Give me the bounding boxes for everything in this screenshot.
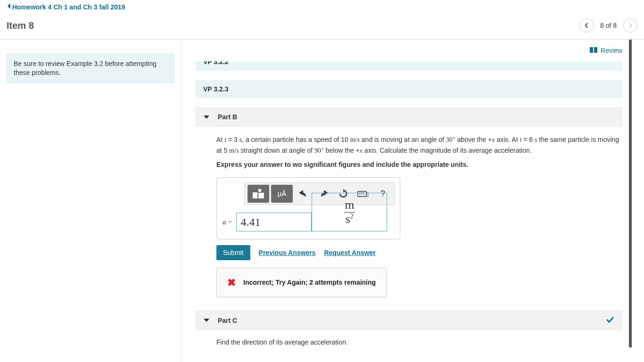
part-b-title: Part B	[218, 113, 237, 121]
svg-rect-1	[258, 189, 261, 192]
caret-down-icon	[204, 115, 209, 119]
page-title: Item 8	[7, 20, 34, 31]
special-chars-button[interactable]: µÅ	[271, 185, 293, 203]
part-c: Part C	[196, 311, 622, 330]
sidebar: Be sure to review Example 3.2 before att…	[0, 40, 182, 362]
page-count: 8 of 8	[600, 22, 617, 29]
variable-label: a =	[223, 217, 232, 228]
breadcrumb-label: Homework 4 Ch 1 and Ch 3 fall 2019	[12, 3, 125, 11]
part-b: Part B	[196, 107, 622, 126]
feedback-box: ✖ Incorrect; Try Again; 2 attempts remai…	[216, 268, 387, 297]
submit-button[interactable]: Submit	[216, 245, 250, 260]
caret-down-icon	[204, 319, 209, 322]
undo-button[interactable]	[295, 185, 313, 203]
answer-units-input[interactable]: m s2	[312, 193, 387, 231]
part-b-instruction: Express your answer to wo significant fi…	[216, 160, 622, 170]
feedback-message: Incorrect; Try Again; 2 attempts remaini…	[243, 278, 376, 288]
part-c-title: Part C	[218, 317, 237, 324]
breadcrumb-link[interactable]: Homework 4 Ch 1 and Ch 3 fall 2019	[7, 2, 125, 12]
section-vp323[interactable]: VP 3.2.3	[196, 80, 622, 98]
hint-note: Be sure to review Example 3.2 before att…	[7, 54, 174, 83]
part-c-header[interactable]: Part C	[196, 311, 622, 329]
next-item-button	[623, 18, 637, 33]
svg-rect-2	[258, 193, 264, 198]
book-icon	[589, 47, 598, 55]
review-link[interactable]: Review	[589, 47, 622, 55]
review-label: Review	[601, 47, 622, 54]
answer-box: µÅ ] ? a =	[216, 177, 400, 239]
part-c-problem: Find the direction of its average accele…	[216, 337, 622, 347]
prev-item-button[interactable]	[579, 18, 594, 33]
svg-rect-0	[253, 192, 257, 198]
answer-value-input[interactable]: 4.41	[236, 213, 312, 231]
part-b-header[interactable]: Part B	[196, 108, 622, 126]
check-icon	[606, 316, 614, 324]
incorrect-icon: ✖	[227, 275, 236, 290]
part-b-problem: At t = 3 s, a certain particle has a spe…	[216, 134, 622, 155]
templates-button[interactable]	[248, 185, 269, 203]
section-vp322[interactable]: VP 3.2.2	[196, 61, 622, 71]
request-answer-link[interactable]: Request Answer	[324, 248, 375, 258]
chevron-left-icon	[7, 3, 11, 11]
previous-answers-link[interactable]: Previous Answers	[259, 248, 316, 258]
